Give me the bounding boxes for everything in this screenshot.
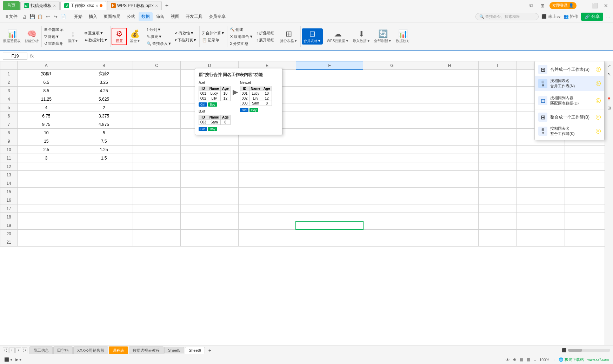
cell-H12[interactable] [421, 162, 478, 171]
sheet-tab-pivot[interactable]: 数据透视表教程 [129, 346, 164, 354]
cell-E11[interactable] [238, 154, 296, 162]
cell-H18[interactable] [421, 213, 478, 221]
cell-B4[interactable]: 5.625 [75, 95, 133, 103]
cell-A19[interactable] [18, 221, 75, 230]
ribbon-refresh[interactable]: 🔄 全部刷新▼ [372, 28, 393, 45]
valid-btn[interactable]: ✔有效性▼ [173, 30, 198, 36]
cell-B7[interactable]: 4.875 [75, 120, 133, 129]
cell-G6[interactable] [363, 112, 421, 120]
cell-C11[interactable] [133, 154, 181, 162]
cell-C13[interactable] [133, 171, 181, 179]
cell-I20[interactable] [478, 230, 517, 238]
cell-C1[interactable] [133, 70, 181, 78]
sheet-nav-last[interactable]: ⟩⟩ [22, 348, 27, 353]
cell-A7[interactable]: 9.75 [18, 120, 75, 129]
cell-B1[interactable]: 实验2 [75, 70, 133, 78]
cell-B12[interactable] [75, 162, 133, 171]
menu-review[interactable]: 审阅 [153, 12, 167, 21]
sidebar-grid-icon[interactable]: ⊞ [606, 105, 613, 112]
cell-C5[interactable] [133, 103, 181, 112]
cell-I21[interactable] [478, 238, 517, 247]
cell-D14[interactable] [181, 179, 238, 188]
cell-C4[interactable] [133, 95, 181, 103]
cell-J11[interactable] [517, 154, 565, 162]
share-btn[interactable]: 🔗 分享 [581, 13, 603, 21]
sidebar-select-icon[interactable]: ↖ [606, 71, 613, 78]
cell-A9[interactable]: 15 [18, 137, 75, 146]
cell-B19[interactable] [75, 221, 133, 230]
cell-D21[interactable] [181, 238, 238, 247]
cell-F10[interactable] [296, 146, 363, 154]
cell-H11[interactable] [421, 154, 478, 162]
cell-H13[interactable] [421, 171, 478, 179]
sheet-nav-prev[interactable]: ⟨ [9, 348, 15, 353]
ribbon-smart[interactable]: 🧠 智能分析 [23, 28, 40, 45]
cell-C16[interactable] [133, 196, 181, 204]
win-tiles-btn[interactable]: ⧉ [527, 2, 535, 9]
fill-btn[interactable]: ✎填充▼ [145, 33, 173, 40]
minimize-btn[interactable]: — [579, 2, 588, 9]
cell-D19[interactable] [181, 221, 238, 230]
cell-A21[interactable] [18, 238, 75, 247]
cell-D12[interactable] [181, 162, 238, 171]
cell-F21[interactable] [296, 238, 363, 247]
col-header-C[interactable]: C [133, 61, 181, 70]
cell-G4[interactable] [363, 95, 421, 103]
cell-I3[interactable] [478, 87, 517, 95]
cell-F13[interactable] [296, 171, 363, 179]
add-sheet-button[interactable]: + [206, 346, 214, 354]
grid-wrapper[interactable]: A B C D E F G H I J K 1实验1实验226.53.2538.… [0, 61, 613, 345]
cell-B9[interactable]: 7.5 [75, 137, 133, 146]
cell-H19[interactable] [421, 221, 478, 230]
cell-B6[interactable]: 3.375 [75, 112, 133, 120]
cell-B11[interactable]: 1.5 [75, 154, 133, 162]
cell-G17[interactable] [363, 204, 421, 213]
cell-D15[interactable] [181, 188, 238, 196]
tab-home[interactable]: 首页 [3, 1, 20, 10]
collaborate-btn[interactable]: 👥 协作 [564, 14, 578, 20]
cell-E20[interactable] [238, 230, 296, 238]
cell-A2[interactable]: 6.5 [18, 78, 75, 87]
cell-G3[interactable] [363, 87, 421, 95]
menu-file[interactable]: ≡ 文件 [3, 12, 20, 21]
cell-H14[interactable] [421, 179, 478, 188]
menu-merge-by-name[interactable]: ⊞ ⊞ 按相同表名 合并工作表(N) N [535, 76, 604, 91]
full-show-btn[interactable]: ⊞全部显示 [43, 26, 65, 33]
ribbon-sort[interactable]: ↕ 排序▼ [65, 28, 81, 45]
cell-E10[interactable] [238, 146, 296, 154]
cell-A1[interactable]: 实验1 [18, 70, 75, 78]
cell-H5[interactable] [421, 103, 478, 112]
cell-B13[interactable] [75, 171, 133, 179]
zoom-minus-btn[interactable]: – [534, 358, 536, 362]
cell-G14[interactable] [363, 179, 421, 188]
ribbon-wps-cloud[interactable]: ☁ WPS云数据▼ [325, 28, 351, 45]
menu-merge-sheet[interactable]: ⊞ 合并成一个工作表(S) S [535, 63, 604, 76]
cell-C2[interactable] [133, 78, 181, 87]
cell-A4[interactable]: 11.25 [18, 95, 75, 103]
cell-D11[interactable] [181, 154, 238, 162]
cell-H9[interactable] [421, 137, 478, 146]
cell-D20[interactable] [181, 230, 238, 238]
cell-A20[interactable] [18, 230, 75, 238]
cell-C14[interactable] [133, 179, 181, 188]
cell-B18[interactable] [75, 213, 133, 221]
cell-I19[interactable] [478, 221, 517, 230]
cell-I8[interactable] [478, 129, 517, 137]
cell-J21[interactable] [517, 238, 565, 247]
tab-ppt-close[interactable]: ✕ [155, 4, 158, 8]
cell-F12[interactable] [296, 162, 363, 171]
cell-F11[interactable] [296, 154, 363, 162]
col-header-F[interactable]: F [296, 61, 363, 70]
cell-J18[interactable] [517, 213, 565, 221]
cell-F1[interactable] [296, 70, 363, 78]
login-btn[interactable]: 立即登录 👤 [549, 2, 577, 9]
cell-G8[interactable] [363, 129, 421, 137]
cell-I18[interactable] [478, 213, 517, 221]
ribbon-merge-table[interactable]: ⊟ 合并表格▼ [302, 28, 323, 45]
menu-undo[interactable]: ↩ [44, 13, 51, 20]
hscrollbar[interactable] [568, 349, 610, 352]
cell-A17[interactable] [18, 204, 75, 213]
cell-A11[interactable]: 3 [18, 154, 75, 162]
cell-J12[interactable] [517, 162, 565, 171]
cell-I10[interactable] [478, 146, 517, 154]
